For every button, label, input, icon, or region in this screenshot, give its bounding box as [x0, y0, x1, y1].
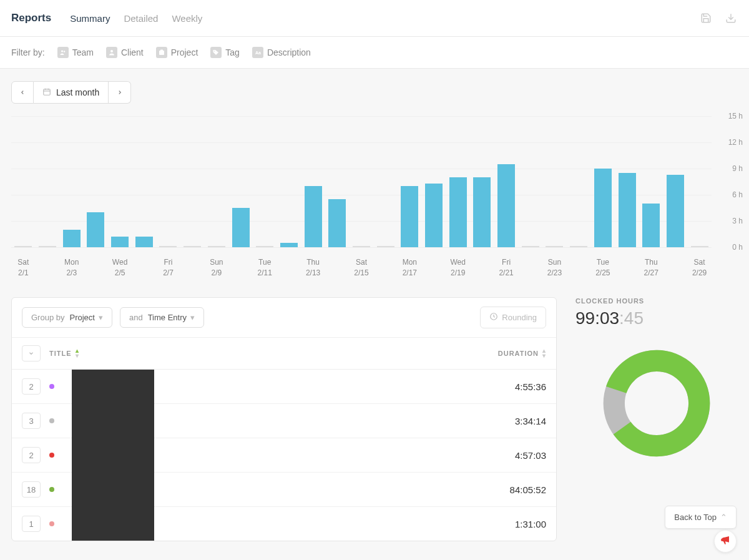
y-axis-label: 3 h — [732, 217, 743, 225]
table-header: Title ▴▾ Duration ▴▾ — [12, 337, 556, 370]
row-duration: 4:57:03 — [453, 450, 546, 461]
title-column-header[interactable]: Title ▴▾ — [49, 348, 453, 358]
bar-slot — [350, 116, 374, 247]
row-count-badge[interactable]: 1 — [22, 516, 41, 532]
bar[interactable] — [642, 204, 660, 247]
date-range-button[interactable]: Last month — [34, 81, 109, 104]
entries-table-card: Group by Project ▾ and Time Entry ▾ Roun… — [11, 297, 557, 541]
bar[interactable] — [63, 230, 81, 247]
bar-slot — [205, 116, 229, 247]
megaphone-icon — [720, 534, 731, 548]
x-axis-label: Fri2/7 — [156, 257, 180, 278]
hours-bar-chart: Sat2/12/2Mon2/32/4Wed2/52/6Fri2/72/8Sun2… — [0, 116, 749, 278]
bar[interactable] — [328, 199, 346, 247]
clocked-hours-label: Clocked Hours — [575, 297, 738, 305]
bar[interactable] — [135, 237, 153, 247]
x-axis-label: Tue2/11 — [253, 257, 277, 278]
bar[interactable] — [353, 246, 370, 247]
tab-detailed[interactable]: Detailed — [124, 13, 158, 24]
row-count-badge[interactable]: 2 — [22, 378, 41, 395]
row-count-badge[interactable]: 18 — [22, 481, 41, 498]
project-color-dot — [49, 453, 54, 458]
bar[interactable] — [449, 177, 467, 247]
chevron-up-icon: ⌃ — [720, 513, 727, 522]
bar[interactable] — [473, 177, 491, 247]
tab-summary[interactable]: Summary — [70, 13, 110, 24]
bar[interactable] — [280, 243, 298, 247]
report-tabs: Summary Detailed Weekly — [70, 13, 699, 24]
filter-bar: Filter by: Team Client Project Tag Aa De… — [0, 37, 749, 69]
row-count-badge[interactable]: 3 — [22, 413, 41, 429]
svg-point-6 — [214, 51, 215, 52]
filter-project[interactable]: Project — [156, 47, 198, 58]
bar-slot — [180, 116, 205, 247]
tab-weekly[interactable]: Weekly — [172, 13, 202, 24]
expand-all-toggle[interactable] — [22, 345, 41, 361]
save-icon[interactable] — [699, 11, 713, 25]
redacted-area — [72, 370, 154, 541]
bar[interactable] — [184, 246, 201, 247]
project-color-dot — [49, 521, 54, 526]
bar-slot — [615, 116, 639, 247]
bar[interactable] — [39, 246, 56, 247]
bar[interactable] — [208, 246, 225, 247]
top-actions — [699, 11, 738, 25]
date-prev-button[interactable] — [11, 81, 34, 104]
bar-slot — [59, 116, 84, 247]
bar[interactable] — [111, 237, 129, 247]
date-next-button[interactable] — [109, 81, 131, 104]
filter-team[interactable]: Team — [57, 47, 94, 58]
filter-label: Filter by: — [11, 47, 45, 57]
top-header: Reports Summary Detailed Weekly — [0, 0, 749, 37]
bar[interactable] — [401, 186, 418, 247]
bar[interactable] — [691, 246, 708, 247]
row-duration: 4:55:36 — [453, 381, 546, 392]
bar-slot — [108, 116, 132, 247]
bar-slot — [228, 116, 253, 247]
filter-description[interactable]: Aa Description — [252, 47, 311, 58]
bar[interactable] — [377, 246, 394, 247]
table-body: 24:55:3633:34:1424:57:031884:05:5211:31:… — [12, 370, 556, 541]
bar-slot — [591, 116, 615, 247]
back-to-top-button[interactable]: Back to Top ⌃ — [665, 506, 737, 529]
bar[interactable] — [594, 169, 612, 247]
row-count-badge[interactable]: 2 — [22, 447, 41, 463]
filter-tag[interactable]: Tag — [210, 47, 240, 58]
feedback-fab[interactable] — [714, 530, 737, 553]
and-dropdown[interactable]: and Time Entry ▾ — [120, 307, 204, 328]
sort-icon: ▴▾ — [542, 348, 546, 358]
bar[interactable] — [232, 208, 250, 247]
bar-slot — [132, 116, 156, 247]
bar-slot — [253, 116, 277, 247]
bar-slot — [301, 116, 325, 247]
bar[interactable] — [497, 164, 515, 247]
row-duration: 1:31:00 — [453, 519, 546, 529]
bar-slot — [542, 116, 567, 247]
download-icon[interactable] — [724, 11, 738, 25]
clocked-hours-value: 99:03:45 — [575, 308, 738, 328]
bar[interactable] — [546, 246, 563, 247]
bar[interactable] — [305, 186, 322, 247]
x-axis-label: Mon2/3 — [59, 257, 84, 278]
y-axis-label: 6 h — [732, 190, 743, 199]
group-by-dropdown[interactable]: Group by Project ▾ — [22, 307, 112, 328]
bar-slot — [567, 116, 591, 247]
bar[interactable] — [256, 246, 273, 247]
filter-client[interactable]: Client — [106, 47, 144, 58]
bar[interactable] — [14, 246, 32, 247]
rounding-button[interactable]: Rounding — [480, 307, 546, 328]
bar[interactable] — [87, 212, 104, 247]
bar[interactable] — [425, 184, 443, 247]
duration-column-header[interactable]: Duration ▴▾ — [453, 348, 546, 358]
bar-slot — [11, 116, 36, 247]
x-axis-label: Wed2/19 — [446, 257, 470, 278]
client-icon — [106, 47, 117, 58]
bar[interactable] — [667, 175, 684, 247]
bar[interactable] — [159, 246, 177, 247]
bar[interactable] — [522, 246, 539, 247]
bar[interactable] — [570, 246, 587, 247]
bar[interactable] — [619, 173, 636, 247]
row-duration: 3:34:14 — [453, 416, 546, 426]
donut-chart — [575, 347, 738, 459]
project-icon — [156, 47, 167, 58]
